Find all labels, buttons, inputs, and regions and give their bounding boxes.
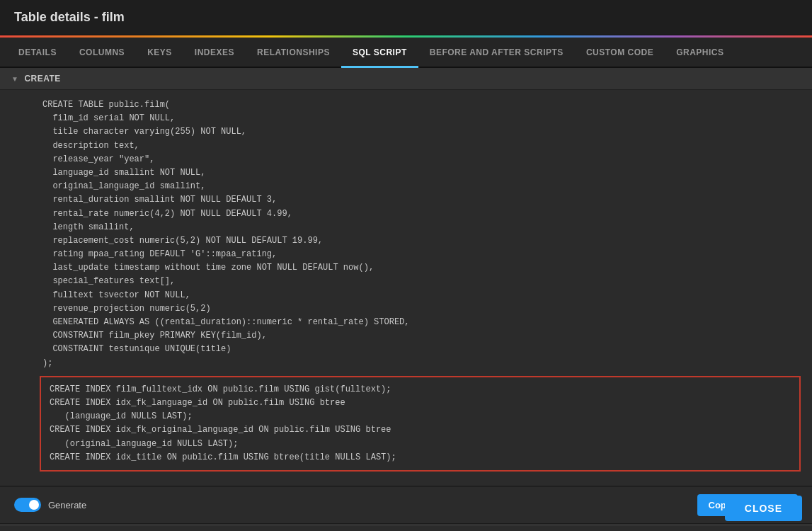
code-line: );: [42, 357, 798, 370]
code-line: replacement_cost numeric(5,2) NOT NULL D…: [42, 234, 798, 248]
code-line: release_year "year",: [42, 153, 798, 166]
tabs-bar: DETAILSCOLUMNSKEYSINDEXESRELATIONSHIPSSQ…: [0, 38, 812, 68]
tab-graphics[interactable]: GRAPHICS: [665, 38, 735, 68]
tab-indexes[interactable]: INDEXES: [183, 38, 246, 68]
code-line: original_language_id smallint,: [42, 180, 798, 193]
generate-area: Generate: [14, 498, 86, 512]
code-line: rental_duration smallint NOT NULL DEFAUL…: [42, 193, 798, 207]
highlighted-code-block: CREATE INDEX film_fulltext_idx ON public…: [40, 376, 801, 472]
code-line: revenue_projection numeric(5,2): [42, 302, 798, 316]
select-section: ▶ SELECT STATEMENT: [0, 523, 812, 526]
bottom-bar: Generate Copy to clipboard: [0, 486, 812, 523]
code-line: film_id serial NOT NULL,: [42, 112, 798, 125]
code-line: description text,: [42, 139, 798, 153]
create-section: ▼ CREATE CREATE TABLE public.film( film_…: [0, 68, 812, 486]
tab-details[interactable]: DETAILS: [7, 38, 68, 68]
tab-before-after[interactable]: BEFORE AND AFTER SCRIPTS: [418, 38, 575, 68]
title-bar: Table details - film: [0, 0, 812, 35]
generate-toggle[interactable]: [14, 498, 41, 512]
code-line: rental_rate numeric(4,2) NOT NULL DEFAUL…: [42, 207, 798, 221]
code-line: CREATE TABLE public.film(: [42, 98, 798, 112]
chevron-down-icon: ▼: [11, 75, 18, 83]
code-line: last_update timestamp without time zone …: [42, 261, 798, 275]
code-line: rating mpaa_rating DEFAULT 'G'::mpaa_rat…: [42, 248, 798, 261]
tab-custom-code[interactable]: CUSTOM CODE: [575, 38, 665, 68]
code-line: title character varying(255) NOT NULL,: [42, 125, 798, 139]
code-line: special_features text[],: [42, 275, 798, 288]
select-section-header[interactable]: ▶ SELECT STATEMENT: [0, 524, 812, 526]
code-line: language_id smallint NOT NULL,: [42, 166, 798, 180]
code-line: CONSTRAINT testunique UNIQUE(title): [42, 343, 798, 356]
highlighted-code-line: CREATE INDEX idx_title ON public.film US…: [50, 451, 791, 464]
create-section-code: CREATE TABLE public.film( film_id serial…: [0, 90, 812, 486]
tab-columns[interactable]: COLUMNS: [68, 38, 136, 68]
create-section-header[interactable]: ▼ CREATE: [0, 68, 812, 90]
page-title: Table details - film: [14, 10, 125, 24]
code-line: length smallint,: [42, 221, 798, 234]
highlighted-code-line: CREATE INDEX idx_fk_original_language_id…: [50, 423, 791, 437]
create-section-label: CREATE: [24, 74, 60, 84]
highlighted-code-line: (original_language_id NULLS LAST);: [50, 438, 791, 451]
code-line: fulltext tsvector NOT NULL,: [42, 289, 798, 302]
code-line: GENERATED ALWAYS AS ((rental_duration)::…: [42, 316, 798, 329]
tab-keys[interactable]: KEYS: [136, 38, 183, 68]
highlighted-code-line: (language_id NULLS LAST);: [50, 410, 791, 423]
highlighted-code-line: CREATE INDEX idx_fk_language_id ON publi…: [50, 396, 791, 410]
close-button[interactable]: CLOSE: [725, 496, 802, 521]
main-wrapper: ▼ CREATE CREATE TABLE public.film( film_…: [0, 68, 812, 526]
highlighted-code-line: CREATE INDEX film_fulltext_idx ON public…: [50, 383, 791, 396]
tab-sql-script[interactable]: SQL SCRIPT: [341, 38, 418, 68]
generate-label: Generate: [48, 500, 86, 510]
code-line: CONSTRAINT film_pkey PRIMARY KEY(film_id…: [42, 329, 798, 343]
tab-relationships[interactable]: RELATIONSHIPS: [246, 38, 341, 68]
